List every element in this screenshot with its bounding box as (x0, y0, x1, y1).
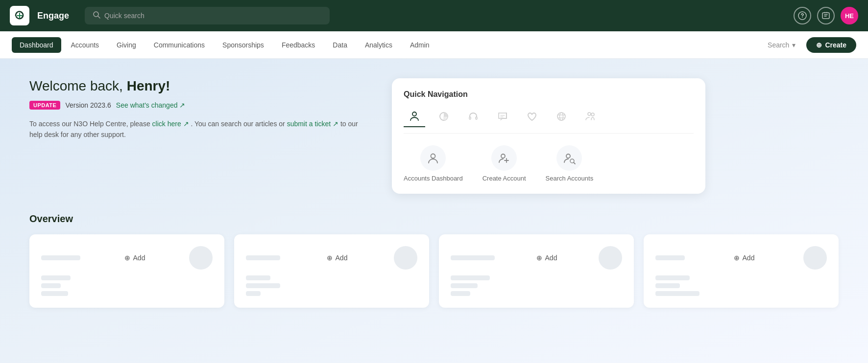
welcome-left: Welcome back, Henry! UPDATE Version 2023… (29, 78, 372, 140)
external-link-icon-3: ↗ (333, 120, 338, 128)
svg-point-5 (412, 112, 416, 116)
nav-item-communications[interactable]: Communications (146, 37, 213, 53)
skeleton-line (451, 275, 490, 280)
create-account-action[interactable]: Create Account (482, 145, 526, 182)
card-add-button-1[interactable]: ⊕ Add (124, 254, 145, 262)
qn-tab-support[interactable] (462, 107, 484, 127)
card-top-3: ⊕ Add (451, 246, 622, 270)
help-centre-link[interactable]: click here ↗ (152, 120, 191, 128)
qn-tab-admin[interactable] (580, 107, 602, 127)
app-name: Engage (37, 11, 69, 21)
person-icon (408, 110, 421, 123)
skeleton-line (451, 283, 478, 288)
skeleton-line (41, 291, 68, 296)
nav-item-data[interactable]: Data (325, 37, 355, 53)
nav-item-giving[interactable]: Giving (109, 37, 144, 53)
svg-point-15 (431, 154, 435, 159)
submit-ticket-link[interactable]: submit a ticket ↗ (287, 120, 340, 128)
qn-tab-communications[interactable] (492, 107, 513, 127)
version-text: Version 2023.6 (65, 101, 111, 109)
people-icon (584, 110, 598, 123)
heart-icon (525, 110, 539, 123)
svg-point-19 (566, 154, 570, 158)
skeleton-line (451, 255, 495, 260)
overview-cards: ⊕ Add ⊕ (29, 234, 839, 308)
card-add-button-2[interactable]: ⊕ Add (327, 254, 348, 262)
accounts-dashboard-action[interactable]: Accounts Dashboard (404, 145, 463, 182)
quick-nav-actions: Accounts Dashboard Create Account Search… (404, 145, 694, 182)
skeleton-line (41, 275, 71, 280)
nav-item-sponsorships[interactable]: Sponsorships (215, 37, 272, 53)
help-text-2: . You can search our articles or (191, 120, 285, 128)
overview-card-2: ⊕ Add (234, 234, 429, 308)
notifications-button[interactable] (817, 7, 835, 24)
search-icon (93, 11, 100, 21)
card-skeleton-4 (655, 255, 685, 260)
skeleton-line (246, 255, 280, 260)
qn-tab-sponsorships[interactable] (521, 107, 543, 127)
svg-rect-8 (476, 117, 477, 119)
nav-item-admin[interactable]: Admin (402, 37, 437, 53)
help-text: To access our N3O Help Centre, please cl… (29, 118, 372, 140)
card-bottom-3 (451, 275, 622, 296)
welcome-name: Henry! (127, 78, 170, 93)
svg-point-3 (802, 17, 803, 18)
create-button[interactable]: ⊕ Create (806, 37, 856, 53)
svg-rect-4 (822, 13, 829, 19)
app-logo[interactable] (10, 6, 29, 25)
skeleton-circle-1 (189, 246, 213, 270)
nav-search-button[interactable]: Search ▾ (763, 38, 800, 52)
plus-circle-icon-3: ⊕ (536, 254, 542, 262)
search-accounts-icon (556, 145, 582, 171)
chart-pie-icon (437, 110, 451, 123)
svg-point-10 (560, 113, 563, 120)
nav-item-analytics[interactable]: Analytics (357, 37, 400, 53)
skeleton-line (655, 275, 690, 280)
create-plus-icon: ⊕ (816, 41, 822, 49)
nav-items: Dashboard Accounts Giving Communications… (12, 37, 763, 53)
svg-point-13 (588, 113, 591, 115)
overview-card-1: ⊕ Add (29, 234, 224, 308)
nav-item-dashboard[interactable]: Dashboard (12, 37, 61, 53)
skeleton-line (41, 283, 61, 288)
search-accounts-label: Search Accounts (546, 175, 594, 182)
card-add-button-4[interactable]: ⊕ Add (734, 254, 755, 262)
qn-tab-accounts[interactable] (404, 107, 425, 127)
qn-tab-giving[interactable] (433, 107, 455, 127)
qn-tab-data[interactable] (551, 107, 572, 127)
changelog-link[interactable]: See what's changed ↗ (116, 101, 186, 109)
svg-line-1 (98, 16, 100, 18)
svg-rect-7 (469, 117, 471, 119)
svg-point-14 (591, 113, 594, 116)
overview-card-3: ⊕ Add (439, 234, 634, 308)
skeleton-line (655, 255, 685, 260)
help-button[interactable] (794, 7, 811, 24)
overview-title: Overview (29, 213, 839, 225)
create-account-icon (491, 145, 517, 171)
card-add-button-3[interactable]: ⊕ Add (536, 254, 557, 262)
quick-nav-panel: Quick Navigation (392, 78, 705, 194)
skeleton-line (246, 283, 280, 288)
nav-item-feedbacks[interactable]: Feedbacks (274, 37, 323, 53)
help-text-1: To access our N3O Help Centre, please (29, 120, 150, 128)
svg-point-16 (501, 154, 505, 158)
skeleton-line (41, 255, 80, 260)
skeleton-circle-4 (803, 246, 827, 270)
update-badge: UPDATE (29, 101, 60, 110)
plus-circle-icon-2: ⊕ (327, 254, 333, 262)
add-label-2: Add (336, 254, 348, 262)
skeleton-line (655, 291, 699, 296)
search-accounts-action[interactable]: Search Accounts (546, 145, 594, 182)
skeleton-line (451, 291, 470, 296)
navbar: Dashboard Accounts Giving Communications… (0, 31, 868, 59)
welcome-section: Welcome back, Henry! UPDATE Version 2023… (29, 78, 839, 194)
skeleton-line (655, 283, 680, 288)
card-top-2: ⊕ Add (246, 246, 417, 270)
plus-circle-icon-4: ⊕ (734, 254, 740, 262)
add-label-4: Add (743, 254, 755, 262)
quick-search-bar[interactable]: Quick search (85, 7, 330, 24)
user-avatar[interactable]: HE (841, 7, 858, 24)
card-skeleton-1 (41, 255, 80, 260)
nav-item-accounts[interactable]: Accounts (63, 37, 107, 53)
card-top-1: ⊕ Add (41, 246, 213, 270)
